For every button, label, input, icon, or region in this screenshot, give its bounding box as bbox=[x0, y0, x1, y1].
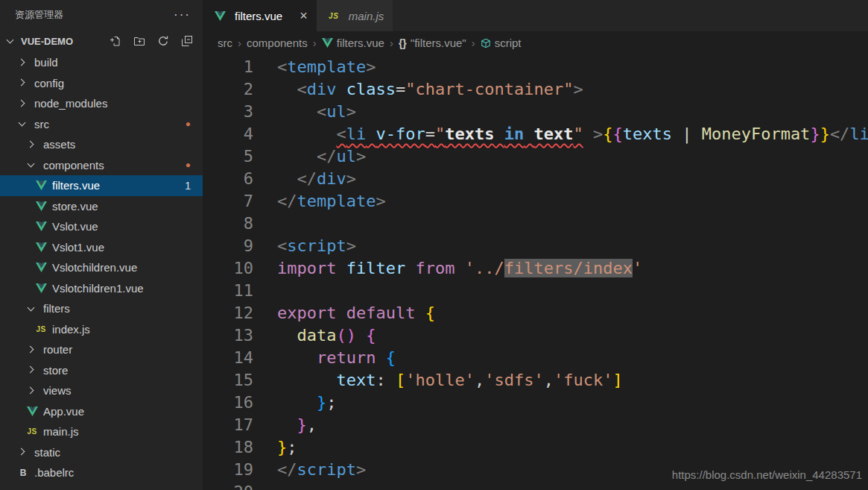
code-editor[interactable]: 1<template>2 <div class="chart-container… bbox=[203, 54, 868, 490]
line-number: 18 bbox=[203, 436, 253, 459]
code-line-17[interactable]: 17 }, bbox=[203, 414, 868, 436]
breadcrumb-item-filters-vue[interactable]: {}"filters.vue" bbox=[399, 37, 466, 49]
line-number: 17 bbox=[203, 414, 253, 436]
new-folder-button[interactable] bbox=[133, 34, 146, 48]
tree-item-store[interactable]: store bbox=[0, 360, 203, 381]
tree-item-static[interactable]: static bbox=[0, 442, 203, 463]
breadcrumb-item-filters-vue[interactable]: filters.vue bbox=[322, 37, 384, 49]
tree-item-router[interactable]: router bbox=[0, 339, 203, 360]
code-line-8[interactable]: 8 bbox=[203, 213, 868, 235]
code-line-2[interactable]: 2 <div class="chart-container"> bbox=[203, 78, 868, 101]
tree-item-app-vue[interactable]: App.vue bbox=[0, 401, 203, 422]
chevron-right-icon bbox=[25, 364, 37, 376]
tab-main-js[interactable]: JSmain.js bbox=[317, 0, 393, 31]
line-content: </ul> bbox=[277, 145, 366, 168]
tree-item-filters[interactable]: filters bbox=[0, 298, 203, 319]
tree-item-views[interactable]: views bbox=[0, 380, 203, 401]
line-number: 3 bbox=[203, 101, 253, 123]
chevron-right-icon bbox=[16, 446, 28, 458]
tree-item-node_modules[interactable]: node_modules bbox=[0, 93, 203, 114]
tree-item-vslotchildren-vue[interactable]: Vslotchildren.vue bbox=[0, 257, 203, 278]
tree-item-index-js[interactable]: JSindex.js bbox=[0, 319, 203, 340]
code-line-16[interactable]: 16 }; bbox=[203, 392, 868, 414]
tree-item-label: build bbox=[34, 56, 58, 69]
line-number: 12 bbox=[203, 302, 253, 324]
code-line-9[interactable]: 9<script> bbox=[203, 235, 868, 257]
more-actions-button[interactable]: ··· bbox=[174, 7, 191, 22]
tree-item-src[interactable]: src● bbox=[0, 114, 203, 135]
js-file-icon: JS bbox=[34, 325, 48, 333]
line-content: }; bbox=[277, 436, 297, 459]
chevron-down-icon bbox=[4, 35, 16, 47]
tree-item-label: src bbox=[34, 118, 49, 131]
code-line-6[interactable]: 6 </div> bbox=[203, 168, 868, 190]
code-line-4[interactable]: 4 <li v-for="texts in text" >{{texts | M… bbox=[203, 123, 868, 145]
code-line-13[interactable]: 13 data() { bbox=[203, 324, 868, 347]
breadcrumb-item-components[interactable]: components bbox=[247, 37, 308, 49]
code-line-7[interactable]: 7</template> bbox=[203, 190, 868, 213]
code-line-20[interactable]: 20 bbox=[203, 481, 868, 490]
symbol-icon bbox=[481, 38, 491, 48]
line-number: 4 bbox=[203, 123, 253, 145]
close-icon[interactable]: × bbox=[300, 9, 308, 22]
tree-item-vslot-vue[interactable]: Vslot.vue bbox=[0, 216, 203, 237]
line-number: 15 bbox=[203, 369, 253, 392]
code-line-10[interactable]: 10import filter from '../filters/index' bbox=[203, 257, 868, 280]
collapse-folders-button[interactable] bbox=[180, 34, 194, 48]
breadcrumb-item-src[interactable]: src bbox=[218, 37, 232, 49]
tree-item-config[interactable]: config bbox=[0, 73, 203, 94]
vue-file-icon bbox=[25, 406, 39, 416]
line-content: </script> bbox=[277, 459, 366, 481]
tree-item-label: main.js bbox=[43, 425, 79, 438]
line-number: 13 bbox=[203, 324, 253, 347]
tree-item-label: config bbox=[34, 77, 64, 89]
tree-item-label: Vslotchildren1.vue bbox=[52, 282, 144, 295]
line-content: text: ['holle','sdfs','fuck'] bbox=[277, 369, 623, 392]
tree-item-vslotchildren1-vue[interactable]: Vslotchildren1.vue bbox=[0, 278, 203, 299]
code-line-18[interactable]: 18}; bbox=[203, 436, 868, 459]
breadcrumb-separator: › bbox=[313, 37, 317, 49]
code-line-11[interactable]: 11 bbox=[203, 280, 868, 302]
watermark-url: https://blog.csdn.net/weixin_44283571 bbox=[672, 468, 862, 481]
code-line-12[interactable]: 12export default { bbox=[203, 302, 868, 324]
explorer-sidebar: 资源管理器 ··· VUE-DEMO buildconfignode_modul… bbox=[0, 0, 203, 490]
code-line-1[interactable]: 1<template> bbox=[203, 56, 868, 78]
code-line-15[interactable]: 15 text: ['holle','sdfs','fuck'] bbox=[203, 369, 868, 392]
vue-file-icon bbox=[34, 180, 48, 190]
line-content: <ul> bbox=[277, 101, 356, 123]
line-content: <template> bbox=[277, 56, 376, 78]
line-number: 9 bbox=[203, 235, 253, 257]
js-file-icon: JS bbox=[25, 427, 39, 436]
line-content: }; bbox=[277, 392, 336, 414]
code-line-5[interactable]: 5 </ul> bbox=[203, 145, 868, 168]
tree-item-build[interactable]: build bbox=[0, 52, 203, 73]
braces-icon: {} bbox=[399, 37, 407, 49]
tree-item-store-vue[interactable]: store.vue bbox=[0, 196, 203, 217]
line-number: 10 bbox=[203, 257, 253, 280]
tree-item-babelrc[interactable]: B.babelrc bbox=[0, 462, 203, 483]
line-content: </div> bbox=[277, 168, 356, 190]
modified-dot-icon: ● bbox=[186, 119, 191, 129]
line-content: data() { bbox=[277, 324, 376, 347]
breadcrumb-label: "filters.vue" bbox=[411, 37, 466, 49]
tab-label: main.js bbox=[349, 10, 384, 22]
project-section-header[interactable]: VUE-DEMO bbox=[0, 30, 203, 52]
refresh-button[interactable] bbox=[156, 34, 170, 48]
tree-item-label: App.vue bbox=[43, 405, 84, 418]
breadcrumb-item-script[interactable]: script bbox=[481, 37, 522, 49]
new-file-button[interactable] bbox=[109, 34, 122, 48]
tree-item-assets[interactable]: assets bbox=[0, 134, 203, 155]
tab-filters-vue[interactable]: filters.vue× bbox=[203, 0, 317, 31]
tree-item-vslot1-vue[interactable]: Vslot1.vue bbox=[0, 237, 203, 258]
line-number: 1 bbox=[203, 56, 253, 78]
tree-item-label: Vslot1.vue bbox=[52, 241, 104, 254]
tree-item-components[interactable]: components● bbox=[0, 155, 203, 176]
tree-item-label: components bbox=[43, 159, 104, 172]
tree-item-filters-vue[interactable]: filters.vue1 bbox=[0, 175, 203, 196]
code-line-14[interactable]: 14 return { bbox=[203, 347, 868, 369]
tree-item-main-js[interactable]: JSmain.js bbox=[0, 421, 203, 442]
code-line-3[interactable]: 3 <ul> bbox=[203, 101, 868, 123]
line-number: 14 bbox=[203, 347, 253, 369]
editor-area: filters.vue×JSmain.js src›components›fil… bbox=[203, 0, 868, 490]
line-number: 20 bbox=[203, 481, 253, 490]
